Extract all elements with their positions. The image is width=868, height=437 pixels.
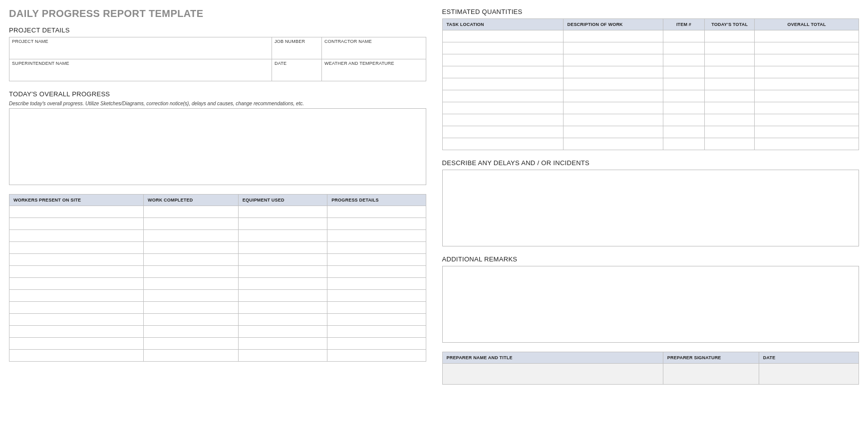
table-cell[interactable] bbox=[705, 30, 755, 42]
table-cell[interactable] bbox=[755, 114, 859, 126]
table-cell[interactable] bbox=[705, 42, 755, 54]
table-cell[interactable] bbox=[563, 114, 663, 126]
table-cell[interactable] bbox=[442, 138, 563, 150]
table-cell[interactable] bbox=[144, 338, 239, 350]
table-cell[interactable] bbox=[442, 42, 563, 54]
table-cell[interactable] bbox=[563, 78, 663, 90]
table-cell[interactable] bbox=[144, 326, 239, 338]
table-cell[interactable] bbox=[144, 266, 239, 278]
table-cell[interactable] bbox=[663, 78, 704, 90]
table-cell[interactable] bbox=[238, 338, 327, 350]
table-cell[interactable] bbox=[238, 242, 327, 254]
value-preparer-signature[interactable] bbox=[663, 364, 759, 385]
table-cell[interactable] bbox=[144, 290, 239, 302]
table-cell[interactable] bbox=[9, 290, 144, 302]
table-cell[interactable] bbox=[238, 350, 327, 362]
table-cell[interactable] bbox=[9, 338, 144, 350]
table-cell[interactable] bbox=[238, 218, 327, 230]
value-signature-date[interactable] bbox=[759, 364, 859, 385]
table-cell[interactable] bbox=[755, 102, 859, 114]
table-cell[interactable] bbox=[238, 254, 327, 266]
table-cell[interactable] bbox=[144, 314, 239, 326]
table-cell[interactable] bbox=[663, 90, 704, 102]
value-weather[interactable] bbox=[322, 67, 425, 81]
value-job-number[interactable] bbox=[272, 45, 321, 59]
table-cell[interactable] bbox=[327, 290, 426, 302]
table-cell[interactable] bbox=[663, 54, 704, 66]
table-cell[interactable] bbox=[144, 206, 239, 218]
table-cell[interactable] bbox=[327, 338, 426, 350]
table-cell[interactable] bbox=[663, 102, 704, 114]
table-cell[interactable] bbox=[755, 30, 859, 42]
table-cell[interactable] bbox=[663, 30, 704, 42]
value-date[interactable] bbox=[272, 67, 321, 81]
table-cell[interactable] bbox=[144, 278, 239, 290]
delays-textbox[interactable] bbox=[442, 170, 860, 246]
table-cell[interactable] bbox=[327, 218, 426, 230]
table-cell[interactable] bbox=[144, 242, 239, 254]
table-cell[interactable] bbox=[327, 242, 426, 254]
table-cell[interactable] bbox=[327, 206, 426, 218]
table-cell[interactable] bbox=[442, 90, 563, 102]
table-cell[interactable] bbox=[705, 54, 755, 66]
table-cell[interactable] bbox=[442, 114, 563, 126]
table-cell[interactable] bbox=[238, 266, 327, 278]
value-contractor[interactable] bbox=[322, 45, 425, 59]
table-cell[interactable] bbox=[663, 126, 704, 138]
value-preparer-name[interactable] bbox=[442, 364, 663, 385]
table-cell[interactable] bbox=[563, 138, 663, 150]
table-cell[interactable] bbox=[563, 54, 663, 66]
table-cell[interactable] bbox=[442, 126, 563, 138]
table-cell[interactable] bbox=[755, 126, 859, 138]
table-cell[interactable] bbox=[9, 206, 144, 218]
table-cell[interactable] bbox=[238, 206, 327, 218]
table-cell[interactable] bbox=[238, 302, 327, 314]
table-cell[interactable] bbox=[663, 114, 704, 126]
table-cell[interactable] bbox=[327, 230, 426, 242]
table-cell[interactable] bbox=[755, 42, 859, 54]
table-cell[interactable] bbox=[144, 254, 239, 266]
table-cell[interactable] bbox=[9, 278, 144, 290]
table-cell[interactable] bbox=[327, 266, 426, 278]
table-cell[interactable] bbox=[563, 42, 663, 54]
table-cell[interactable] bbox=[563, 102, 663, 114]
table-cell[interactable] bbox=[705, 78, 755, 90]
table-cell[interactable] bbox=[755, 138, 859, 150]
table-cell[interactable] bbox=[563, 126, 663, 138]
table-cell[interactable] bbox=[705, 66, 755, 78]
table-cell[interactable] bbox=[238, 326, 327, 338]
table-cell[interactable] bbox=[755, 78, 859, 90]
table-cell[interactable] bbox=[705, 126, 755, 138]
table-cell[interactable] bbox=[9, 302, 144, 314]
table-cell[interactable] bbox=[663, 42, 704, 54]
table-cell[interactable] bbox=[144, 218, 239, 230]
table-cell[interactable] bbox=[238, 230, 327, 242]
table-cell[interactable] bbox=[9, 326, 144, 338]
table-cell[interactable] bbox=[327, 254, 426, 266]
table-cell[interactable] bbox=[705, 102, 755, 114]
table-cell[interactable] bbox=[563, 66, 663, 78]
table-cell[interactable] bbox=[9, 314, 144, 326]
value-project-name[interactable] bbox=[9, 45, 272, 59]
table-cell[interactable] bbox=[144, 230, 239, 242]
table-cell[interactable] bbox=[9, 230, 144, 242]
table-cell[interactable] bbox=[9, 350, 144, 362]
table-cell[interactable] bbox=[705, 138, 755, 150]
table-cell[interactable] bbox=[563, 30, 663, 42]
table-cell[interactable] bbox=[327, 350, 426, 362]
table-cell[interactable] bbox=[705, 90, 755, 102]
remarks-textbox[interactable] bbox=[442, 266, 860, 343]
value-superintendent[interactable] bbox=[9, 67, 272, 81]
table-cell[interactable] bbox=[442, 66, 563, 78]
table-cell[interactable] bbox=[9, 242, 144, 254]
table-cell[interactable] bbox=[442, 102, 563, 114]
table-cell[interactable] bbox=[238, 290, 327, 302]
table-cell[interactable] bbox=[9, 218, 144, 230]
table-cell[interactable] bbox=[144, 350, 239, 362]
table-cell[interactable] bbox=[663, 138, 704, 150]
table-cell[interactable] bbox=[238, 314, 327, 326]
table-cell[interactable] bbox=[755, 90, 859, 102]
table-cell[interactable] bbox=[663, 66, 704, 78]
table-cell[interactable] bbox=[327, 326, 426, 338]
table-cell[interactable] bbox=[327, 302, 426, 314]
